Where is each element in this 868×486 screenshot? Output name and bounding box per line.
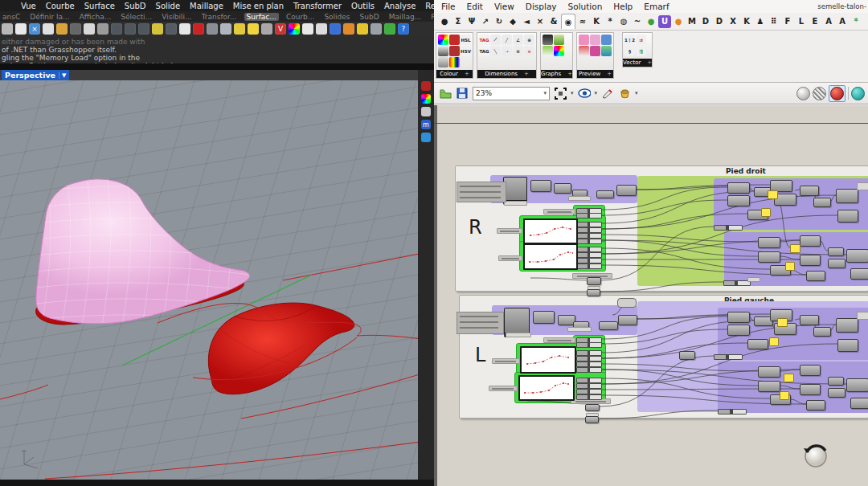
canvas-compass-widget[interactable] bbox=[802, 442, 829, 469]
chevron-down-icon[interactable]: ▾ bbox=[635, 90, 638, 96]
gh-menu-1[interactable]: Edit bbox=[467, 2, 483, 11]
gh-capsule[interactable] bbox=[617, 298, 637, 308]
intersect-tab[interactable]: × bbox=[534, 15, 547, 28]
named-view-car-icon[interactable] bbox=[193, 23, 204, 35]
rhino-tab-7[interactable]: Courb... bbox=[284, 13, 317, 21]
gh-component[interactable] bbox=[533, 311, 555, 324]
swirl-balloon-icon[interactable] bbox=[590, 35, 600, 45]
gh-slider[interactable] bbox=[576, 367, 602, 373]
plugin-person-tab[interactable]: ♟ bbox=[754, 15, 767, 28]
gh-component[interactable] bbox=[846, 378, 868, 392]
gh-component[interactable] bbox=[837, 339, 858, 352]
gh-component[interactable] bbox=[836, 189, 858, 203]
panel-label[interactable]: Colour+ bbox=[436, 70, 473, 78]
gh-component[interactable] bbox=[596, 190, 614, 198]
gh-slider[interactable] bbox=[576, 213, 602, 218]
arc-icon[interactable] bbox=[220, 23, 231, 35]
gh-scribble-label[interactable] bbox=[457, 182, 506, 202]
new-file-icon[interactable] bbox=[15, 23, 27, 35]
gh-component[interactable] bbox=[587, 289, 600, 296]
gh-slider[interactable] bbox=[576, 263, 602, 269]
hsv-icon[interactable]: HSV bbox=[461, 46, 471, 56]
pie-chart-icon[interactable] bbox=[554, 46, 564, 56]
panel-expand-icon[interactable]: + bbox=[465, 71, 469, 77]
gh-menu-4[interactable]: Solution bbox=[568, 2, 603, 11]
gh-component[interactable] bbox=[800, 315, 819, 325]
distance-icon[interactable] bbox=[207, 23, 218, 35]
display-tab[interactable]: ◉ bbox=[561, 14, 575, 29]
gh-label-capsule[interactable] bbox=[497, 228, 522, 234]
mesh-tab[interactable]: ◄ bbox=[520, 15, 533, 28]
rhino-tab-3[interactable]: Sélecti... bbox=[118, 13, 154, 21]
zoom-window-icon[interactable] bbox=[125, 23, 136, 35]
display-mode-icon[interactable] bbox=[421, 107, 431, 116]
panel-expand-icon[interactable]: + bbox=[567, 71, 572, 77]
gh-slider[interactable] bbox=[576, 389, 602, 394]
plugin-k2-tab[interactable]: K bbox=[740, 15, 753, 28]
gh-component[interactable] bbox=[618, 315, 637, 325]
plugin-d2-tab[interactable]: D bbox=[713, 15, 726, 28]
gh-component[interactable] bbox=[813, 198, 831, 207]
gh-panel-component[interactable] bbox=[777, 318, 788, 327]
graph-mapper[interactable] bbox=[523, 218, 578, 244]
perspective-viewport[interactable]: z y x bbox=[0, 80, 418, 480]
rhino-tab-0[interactable]: ansC bbox=[0, 13, 23, 21]
gradient-icon[interactable] bbox=[438, 46, 448, 56]
lock-icon[interactable] bbox=[261, 23, 272, 35]
rhino-menu-5[interactable]: Maillage bbox=[190, 2, 223, 10]
legend-icon[interactable] bbox=[542, 46, 553, 56]
plugin-plug-tab[interactable]: ≈ bbox=[576, 15, 589, 28]
gh-label-capsule[interactable] bbox=[543, 209, 575, 214]
gh-caption[interactable] bbox=[567, 327, 592, 332]
preview-wireframe-icon[interactable] bbox=[813, 87, 826, 100]
gh-component[interactable] bbox=[850, 268, 868, 280]
gh-component[interactable] bbox=[758, 237, 780, 248]
panel-label[interactable]: Vector+ bbox=[623, 59, 652, 67]
zoom-dropdown[interactable]: 23% ▾ bbox=[473, 87, 550, 100]
gh-slider[interactable] bbox=[576, 356, 602, 361]
gh-component[interactable] bbox=[679, 351, 695, 360]
ladder-dim-icon[interactable]: ≡ bbox=[513, 46, 523, 56]
gh-slider[interactable] bbox=[576, 394, 602, 400]
gh-component[interactable] bbox=[727, 325, 750, 336]
gh-component[interactable] bbox=[727, 195, 750, 206]
gh-slider[interactable] bbox=[576, 378, 602, 383]
curve-preview-icon[interactable] bbox=[579, 46, 589, 56]
cube-icon[interactable] bbox=[438, 57, 448, 67]
white-sphere-icon[interactable] bbox=[302, 23, 313, 35]
rhino-menu-10[interactable]: Rendu bbox=[425, 2, 434, 10]
gh-slider[interactable] bbox=[718, 409, 747, 415]
rhino-menu-4[interactable]: Solide bbox=[156, 2, 181, 10]
paste-icon[interactable] bbox=[56, 23, 68, 35]
gh-slider[interactable] bbox=[576, 383, 602, 389]
red-arrows-icon[interactable]: ⇉ bbox=[636, 35, 646, 45]
gh-slider[interactable] bbox=[576, 350, 602, 356]
surface-tab[interactable]: ◆ bbox=[506, 15, 519, 28]
gh-panel-component[interactable] bbox=[785, 262, 795, 271]
graph-mapper[interactable] bbox=[520, 346, 576, 374]
material-icon[interactable]: m bbox=[421, 120, 431, 129]
rhino-menu-2[interactable]: Surface bbox=[84, 2, 115, 10]
preview-shaded-icon[interactable] bbox=[829, 85, 845, 102]
curve-dim-icon[interactable]: ⟋ bbox=[490, 35, 501, 45]
preview-custom-icon[interactable] bbox=[851, 87, 865, 100]
transform-tab[interactable]: & bbox=[547, 15, 560, 28]
plugin-frog-tab[interactable]: ● bbox=[645, 15, 657, 28]
preview-eye-icon[interactable] bbox=[578, 87, 591, 100]
hsl-icon[interactable]: HSL bbox=[461, 35, 471, 45]
serial-dim-icon[interactable]: ⊕ bbox=[524, 35, 534, 45]
pink-balloon-icon[interactable] bbox=[579, 35, 589, 45]
sketch-pen-icon[interactable] bbox=[601, 87, 614, 100]
rhino-tab-5[interactable]: Transfor... bbox=[199, 13, 240, 21]
lamp-icon[interactable] bbox=[248, 23, 259, 35]
gh-component[interactable] bbox=[747, 339, 768, 349]
gh-component[interactable] bbox=[758, 381, 780, 392]
gradient-tile-icon[interactable] bbox=[601, 46, 612, 56]
gh-subgroup[interactable] bbox=[718, 361, 868, 413]
plugin-gear-tab[interactable]: * bbox=[604, 15, 616, 28]
gh-component[interactable] bbox=[806, 271, 825, 281]
move-icon[interactable] bbox=[97, 23, 108, 35]
gh-component[interactable] bbox=[616, 185, 637, 196]
curve-tab[interactable]: ↻ bbox=[493, 15, 506, 28]
gh-caption[interactable] bbox=[857, 182, 868, 190]
